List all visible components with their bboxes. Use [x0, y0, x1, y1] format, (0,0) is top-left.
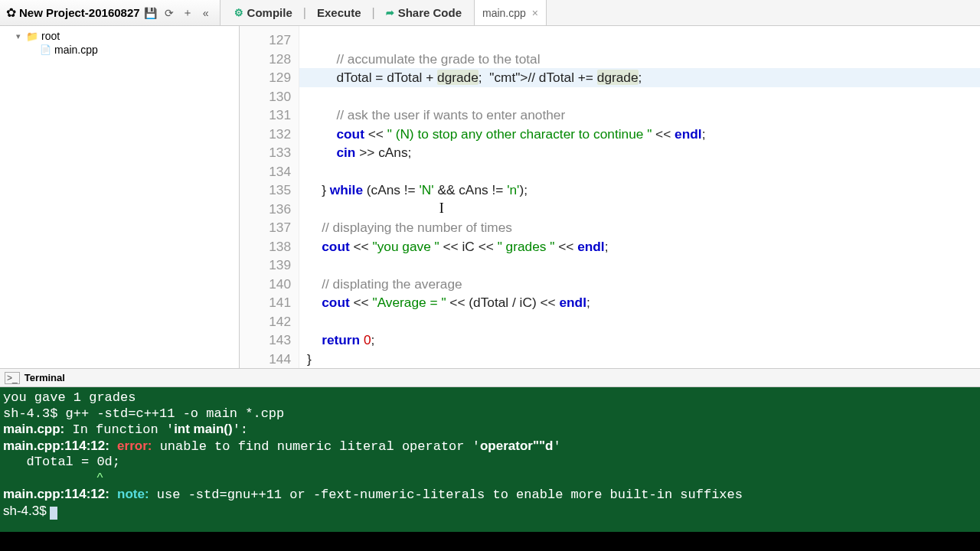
collapse-icon[interactable]: « [198, 7, 214, 19]
execute-button[interactable]: Execute [308, 0, 371, 25]
compile-button[interactable]: ⚙ Compile [225, 0, 302, 25]
tree-root-label: root [41, 30, 60, 42]
share-icon: ➦ [386, 7, 394, 18]
tab-label: main.cpp [482, 7, 526, 19]
main-area: ▾ 📁 root 📄 main.cpp 12712812913013113213… [0, 26, 980, 369]
code-area[interactable]: // accumulate the grade to the total dTo… [299, 26, 980, 368]
collapse-icon[interactable]: ▾ [14, 31, 23, 41]
code-editor[interactable]: 1271281291301311321331341351361371381391… [240, 26, 980, 368]
execute-label: Execute [317, 6, 361, 19]
terminal-icon[interactable]: >_ [5, 372, 20, 384]
topbar: ✿ New Project-20160827 💾 ⟳ ＋ « ⚙ Compile… [0, 0, 980, 26]
project-selector[interactable]: ✿ New Project-20160827 💾 ⟳ ＋ « [0, 0, 220, 25]
tree-file[interactable]: 📄 main.cpp [0, 43, 239, 57]
save-icon[interactable]: 💾 [143, 7, 158, 19]
refresh-icon[interactable]: ⟳ [162, 7, 177, 19]
compile-label: Compile [247, 6, 292, 19]
bottom-bar [0, 532, 980, 551]
tree-file-label: main.cpp [54, 44, 98, 56]
line-gutter: 1271281291301311321331341351361371381391… [240, 26, 299, 368]
tree-root[interactable]: ▾ 📁 root [0, 29, 239, 43]
close-tab-icon[interactable]: × [532, 7, 538, 19]
file-icon: 📄 [40, 44, 51, 55]
editor-tab[interactable]: main.cpp × [474, 0, 547, 25]
terminal-title: Terminal [24, 372, 65, 383]
separator: | [302, 6, 308, 20]
compile-icon: ⚙ [234, 7, 243, 18]
action-bar: ⚙ Compile | Execute | ➦ Share Code [225, 0, 471, 25]
file-tree: ▾ 📁 root 📄 main.cpp [0, 26, 240, 368]
add-icon[interactable]: ＋ [180, 6, 195, 20]
project-title: New Project-20160827 [19, 6, 140, 19]
gear-icon: ✿ [6, 5, 16, 20]
share-label: Share Code [398, 6, 462, 19]
separator: | [371, 6, 377, 20]
share-button[interactable]: ➦ Share Code [377, 0, 471, 25]
folder-icon: 📁 [26, 31, 38, 42]
terminal-bar: >_ Terminal [0, 369, 980, 387]
terminal[interactable]: you gave 1 grades sh-4.3$ g++ -std=c++11… [0, 387, 980, 532]
